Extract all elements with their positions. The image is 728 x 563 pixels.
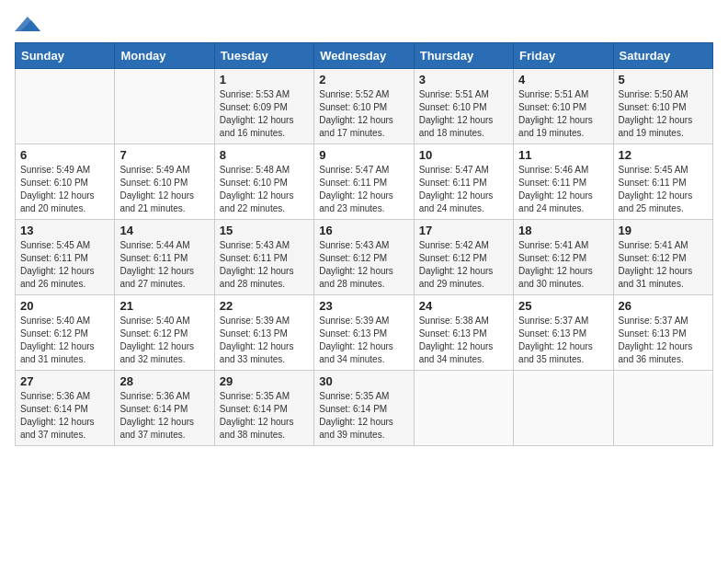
day-number: 2	[319, 73, 408, 86]
day-of-week-header: Sunday	[16, 43, 115, 69]
day-number: 25	[518, 299, 608, 313]
calendar-cell: 2Sunrise: 5:52 AM Sunset: 6:10 PM Daylig…	[314, 69, 414, 144]
calendar-cell: 22Sunrise: 5:39 AM Sunset: 6:13 PM Dayli…	[214, 295, 313, 371]
day-info: Sunrise: 5:39 AM Sunset: 6:13 PM Dayligh…	[319, 315, 408, 366]
day-number: 10	[419, 148, 508, 162]
day-info: Sunrise: 5:44 AM Sunset: 6:11 PM Dayligh…	[119, 239, 209, 291]
day-info: Sunrise: 5:43 AM Sunset: 6:11 PM Dayligh…	[220, 239, 309, 291]
day-info: Sunrise: 5:37 AM Sunset: 6:13 PM Dayligh…	[619, 315, 708, 366]
calendar-cell: 8Sunrise: 5:48 AM Sunset: 6:10 PM Daylig…	[214, 144, 313, 220]
day-info: Sunrise: 5:38 AM Sunset: 6:13 PM Dayligh…	[419, 315, 508, 366]
calendar-cell: 12Sunrise: 5:45 AM Sunset: 6:11 PM Dayli…	[613, 144, 712, 220]
day-number: 7	[119, 148, 209, 162]
calendar-cell: 25Sunrise: 5:37 AM Sunset: 6:13 PM Dayli…	[514, 295, 613, 371]
day-info: Sunrise: 5:37 AM Sunset: 6:13 PM Dayligh…	[518, 315, 608, 366]
calendar-cell: 9Sunrise: 5:47 AM Sunset: 6:11 PM Daylig…	[314, 144, 414, 220]
calendar-cell	[613, 371, 712, 446]
day-info: Sunrise: 5:43 AM Sunset: 6:12 PM Dayligh…	[319, 239, 408, 291]
calendar-cell: 1Sunrise: 5:53 AM Sunset: 6:09 PM Daylig…	[214, 69, 313, 144]
day-info: Sunrise: 5:51 AM Sunset: 6:10 PM Dayligh…	[419, 88, 508, 140]
day-info: Sunrise: 5:40 AM Sunset: 6:12 PM Dayligh…	[119, 315, 209, 366]
day-info: Sunrise: 5:49 AM Sunset: 6:10 PM Dayligh…	[119, 164, 209, 215]
calendar-cell: 17Sunrise: 5:42 AM Sunset: 6:12 PM Dayli…	[414, 220, 513, 295]
day-number: 4	[518, 73, 608, 86]
calendar-cell	[16, 69, 115, 144]
day-info: Sunrise: 5:36 AM Sunset: 6:14 PM Dayligh…	[119, 390, 209, 442]
day-info: Sunrise: 5:49 AM Sunset: 6:10 PM Dayligh…	[20, 164, 109, 215]
calendar-cell: 30Sunrise: 5:35 AM Sunset: 6:14 PM Dayli…	[314, 371, 414, 446]
calendar-cell: 24Sunrise: 5:38 AM Sunset: 6:13 PM Dayli…	[414, 295, 513, 371]
day-info: Sunrise: 5:48 AM Sunset: 6:10 PM Dayligh…	[220, 164, 309, 215]
day-number: 13	[20, 224, 109, 237]
day-number: 1	[220, 73, 309, 86]
day-number: 19	[619, 224, 708, 237]
day-number: 15	[220, 224, 309, 237]
day-info: Sunrise: 5:36 AM Sunset: 6:14 PM Dayligh…	[20, 390, 109, 442]
calendar-cell: 7Sunrise: 5:49 AM Sunset: 6:10 PM Daylig…	[115, 144, 214, 220]
day-number: 17	[419, 224, 508, 237]
day-info: Sunrise: 5:47 AM Sunset: 6:11 PM Dayligh…	[319, 164, 408, 215]
calendar-cell: 16Sunrise: 5:43 AM Sunset: 6:12 PM Dayli…	[314, 220, 414, 295]
calendar-cell: 20Sunrise: 5:40 AM Sunset: 6:12 PM Dayli…	[16, 295, 115, 371]
day-number: 30	[319, 374, 408, 388]
calendar-cell: 4Sunrise: 5:51 AM Sunset: 6:10 PM Daylig…	[514, 69, 613, 144]
day-number: 21	[119, 299, 209, 313]
day-of-week-header: Saturday	[613, 43, 712, 69]
calendar-cell: 13Sunrise: 5:45 AM Sunset: 6:11 PM Dayli…	[16, 220, 115, 295]
calendar-cell: 11Sunrise: 5:46 AM Sunset: 6:11 PM Dayli…	[514, 144, 613, 220]
day-number: 26	[619, 299, 708, 313]
day-info: Sunrise: 5:35 AM Sunset: 6:14 PM Dayligh…	[319, 390, 408, 442]
calendar-cell: 28Sunrise: 5:36 AM Sunset: 6:14 PM Dayli…	[115, 371, 214, 446]
calendar-cell: 5Sunrise: 5:50 AM Sunset: 6:10 PM Daylig…	[613, 69, 712, 144]
day-info: Sunrise: 5:39 AM Sunset: 6:13 PM Dayligh…	[220, 315, 309, 366]
day-number: 22	[220, 299, 309, 313]
calendar-cell: 3Sunrise: 5:51 AM Sunset: 6:10 PM Daylig…	[414, 69, 513, 144]
day-number: 24	[419, 299, 508, 313]
day-of-week-header: Wednesday	[314, 43, 414, 69]
day-info: Sunrise: 5:42 AM Sunset: 6:12 PM Dayligh…	[419, 239, 508, 291]
calendar-table: SundayMondayTuesdayWednesdayThursdayFrid…	[15, 42, 713, 446]
day-number: 8	[220, 148, 309, 162]
day-info: Sunrise: 5:35 AM Sunset: 6:14 PM Dayligh…	[220, 390, 309, 442]
day-number: 28	[119, 374, 209, 388]
calendar-cell	[115, 69, 214, 144]
day-number: 16	[319, 224, 408, 237]
calendar-cell: 29Sunrise: 5:35 AM Sunset: 6:14 PM Dayli…	[214, 371, 313, 446]
calendar-cell: 14Sunrise: 5:44 AM Sunset: 6:11 PM Dayli…	[115, 220, 214, 295]
day-of-week-header: Friday	[514, 43, 613, 69]
calendar-cell	[414, 371, 513, 446]
day-number: 23	[319, 299, 408, 313]
logo-icon	[15, 15, 40, 35]
day-info: Sunrise: 5:53 AM Sunset: 6:09 PM Dayligh…	[220, 88, 309, 140]
day-info: Sunrise: 5:45 AM Sunset: 6:11 PM Dayligh…	[619, 164, 708, 215]
day-number: 3	[419, 73, 508, 86]
day-info: Sunrise: 5:41 AM Sunset: 6:12 PM Dayligh…	[518, 239, 608, 291]
day-number: 27	[20, 374, 109, 388]
day-info: Sunrise: 5:45 AM Sunset: 6:11 PM Dayligh…	[20, 239, 109, 291]
day-number: 29	[220, 374, 309, 388]
calendar-cell: 23Sunrise: 5:39 AM Sunset: 6:13 PM Dayli…	[314, 295, 414, 371]
day-of-week-header: Monday	[115, 43, 214, 69]
day-info: Sunrise: 5:46 AM Sunset: 6:11 PM Dayligh…	[518, 164, 608, 215]
day-info: Sunrise: 5:47 AM Sunset: 6:11 PM Dayligh…	[419, 164, 508, 215]
calendar-cell: 15Sunrise: 5:43 AM Sunset: 6:11 PM Dayli…	[214, 220, 313, 295]
day-number: 14	[119, 224, 209, 237]
day-of-week-header: Thursday	[414, 43, 513, 69]
day-info: Sunrise: 5:40 AM Sunset: 6:12 PM Dayligh…	[20, 315, 109, 366]
calendar-cell: 21Sunrise: 5:40 AM Sunset: 6:12 PM Dayli…	[115, 295, 214, 371]
day-info: Sunrise: 5:50 AM Sunset: 6:10 PM Dayligh…	[619, 88, 708, 140]
calendar-cell: 18Sunrise: 5:41 AM Sunset: 6:12 PM Dayli…	[514, 220, 613, 295]
calendar-cell: 19Sunrise: 5:41 AM Sunset: 6:12 PM Dayli…	[613, 220, 712, 295]
day-number: 5	[619, 73, 708, 86]
day-number: 20	[20, 299, 109, 313]
calendar-cell: 27Sunrise: 5:36 AM Sunset: 6:14 PM Dayli…	[16, 371, 115, 446]
day-of-week-header: Tuesday	[214, 43, 313, 69]
calendar-cell	[514, 371, 613, 446]
day-info: Sunrise: 5:52 AM Sunset: 6:10 PM Dayligh…	[319, 88, 408, 140]
day-info: Sunrise: 5:41 AM Sunset: 6:12 PM Dayligh…	[619, 239, 708, 291]
calendar-cell: 6Sunrise: 5:49 AM Sunset: 6:10 PM Daylig…	[16, 144, 115, 220]
calendar-cell: 10Sunrise: 5:47 AM Sunset: 6:11 PM Dayli…	[414, 144, 513, 220]
day-number: 9	[319, 148, 408, 162]
day-number: 11	[518, 148, 608, 162]
day-number: 6	[20, 148, 109, 162]
